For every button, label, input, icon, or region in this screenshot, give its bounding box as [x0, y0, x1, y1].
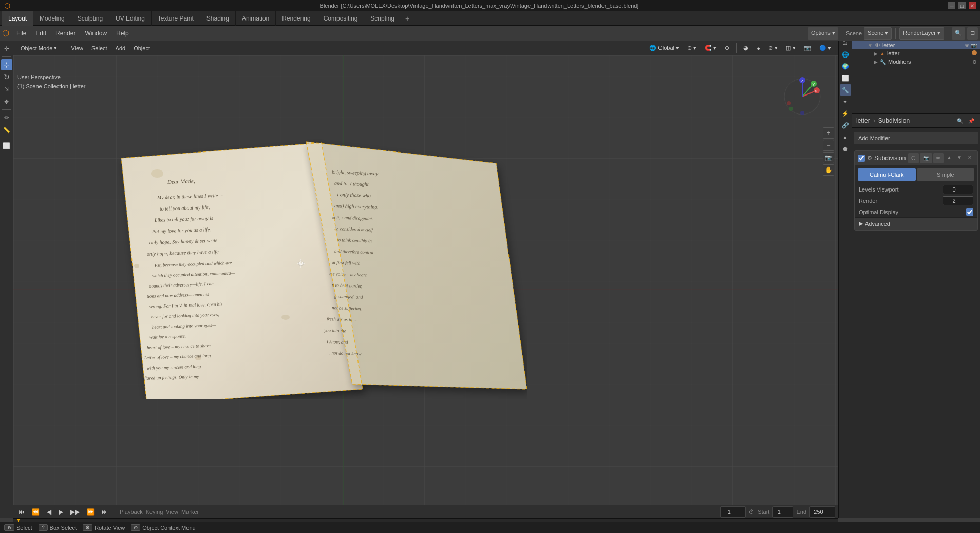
outliner-item-letter[interactable]: ▼ 👁 letter 👁 📷: [852, 41, 980, 49]
optimal-display-checkbox[interactable]: [966, 208, 973, 216]
physics-props-button[interactable]: ⚡: [840, 108, 851, 119]
search-button[interactable]: 🔍: [952, 27, 965, 40]
tab-scripting[interactable]: Scripting: [364, 11, 401, 26]
tab-texture-paint[interactable]: Texture Paint: [152, 11, 200, 26]
main-viewport[interactable]: Object Mode ▾ View Select Add Object 🌐 G…: [13, 41, 838, 505]
viewport-shading-solid[interactable]: ◕: [740, 43, 751, 54]
optimal-display-row: Optimal Display: [855, 206, 977, 218]
modifier-up-button[interactable]: ▲: [945, 153, 954, 162]
edit-menu-button[interactable]: Edit: [31, 27, 50, 40]
particles-props-button[interactable]: ✦: [840, 96, 851, 107]
add-menu-button[interactable]: Add: [112, 43, 129, 54]
svg-point-63: [787, 101, 791, 105]
modifier-props-button active[interactable]: 🔧: [840, 84, 851, 96]
proportional-edit-button[interactable]: ⊙: [722, 43, 732, 54]
modifier-close-button[interactable]: ✕: [965, 153, 974, 162]
material-props-button[interactable]: ⬟: [840, 143, 851, 155]
scene-props-button[interactable]: 🌐: [840, 49, 851, 60]
viewport-overlay-button[interactable]: ⊘ ▾: [765, 43, 781, 54]
renderlayer-select[interactable]: RenderLayer ▾: [899, 27, 944, 40]
options-button[interactable]: Options ▾: [808, 27, 838, 40]
window-controls[interactable]: ─ □ ✕: [948, 2, 976, 9]
tab-sculpting[interactable]: Sculpting: [71, 11, 109, 26]
add-workspace-button[interactable]: +: [401, 14, 413, 23]
tab-uv-editing[interactable]: UV Editing: [109, 11, 152, 26]
cursor-tool[interactable]: ✛: [1, 43, 12, 54]
move-tool[interactable]: ⊹: [1, 59, 12, 70]
scale-tool[interactable]: ⇲: [1, 84, 12, 95]
start-frame-input[interactable]: [772, 506, 793, 518]
navigation-gizmo[interactable]: X Y Z: [782, 76, 823, 117]
world-props-button[interactable]: 🌍: [840, 61, 851, 72]
current-frame-input[interactable]: [720, 506, 746, 518]
modifier-render-button[interactable]: 📷: [920, 153, 932, 163]
camera-button[interactable]: 📷: [801, 43, 814, 54]
step-forward-button[interactable]: ▶▶: [68, 507, 82, 517]
minimize-button[interactable]: ─: [948, 2, 955, 9]
constraints-props-button[interactable]: 🔗: [840, 120, 851, 131]
catmull-clark-button[interactable]: Catmull-Clark: [858, 168, 916, 181]
help-menu-button[interactable]: Help: [112, 27, 133, 40]
jump-next-keyframe-button[interactable]: ⏩: [85, 507, 97, 517]
file-menu-button[interactable]: File: [12, 27, 30, 40]
end-frame-input[interactable]: [809, 506, 835, 518]
outliner-item-modifiers[interactable]: ▶ 🔧 Modifiers ⚙: [852, 58, 980, 66]
panel-pin-button[interactable]: 📌: [967, 116, 976, 125]
view-menu-button[interactable]: View: [68, 43, 86, 54]
step-back-button[interactable]: ◀: [45, 507, 53, 517]
viewport-shading-render[interactable]: ●: [753, 43, 763, 54]
global-transform-button[interactable]: 🌐 Global ▾: [646, 43, 682, 54]
tab-layout[interactable]: Layout: [2, 11, 33, 26]
modifier-realtime-button[interactable]: ⬡: [908, 153, 919, 163]
transform-pivot-button[interactable]: ⊙ ▾: [684, 43, 700, 54]
jump-start-button[interactable]: ⏮: [16, 507, 27, 517]
scene-select[interactable]: Scene ▾: [864, 27, 892, 40]
levels-viewport-input[interactable]: [943, 185, 973, 194]
add-modifier-button[interactable]: Add Modifier: [854, 132, 978, 144]
annotate-tool[interactable]: ✏: [1, 112, 12, 123]
render-level-input[interactable]: [943, 196, 973, 205]
modifier-down-button[interactable]: ▼: [955, 153, 964, 162]
modifier-edit-button[interactable]: ✏: [933, 153, 944, 163]
viewport-canvas[interactable]: Dear Matie, My dear, in these lines I wr…: [13, 55, 838, 505]
panel-search-button[interactable]: 🔍: [955, 116, 965, 125]
zoom-in-button[interactable]: +: [823, 127, 834, 139]
separator2: [895, 28, 896, 39]
jump-end-button[interactable]: ⏭: [100, 507, 110, 517]
filter-button[interactable]: ⊟: [967, 27, 978, 40]
render-icon[interactable]: 📷: [971, 43, 977, 48]
simple-button[interactable]: Simple: [917, 168, 975, 181]
tab-modeling[interactable]: Modeling: [33, 11, 71, 26]
zoom-out-button[interactable]: −: [823, 140, 834, 151]
window-title: Blender [C:\Users\MOLEX\Desktop\Vintage_…: [10, 3, 948, 9]
advanced-section-header[interactable]: ▶ Advanced: [855, 218, 977, 230]
snap-button[interactable]: 🧲 ▾: [702, 43, 720, 54]
play-button[interactable]: ▶: [56, 507, 65, 517]
close-button[interactable]: ✕: [969, 2, 976, 9]
render-menu-button[interactable]: Render: [51, 27, 80, 40]
outliner-item-letter-mesh[interactable]: ▶ ▲ letter: [852, 49, 980, 58]
header-left: ⬡ File Edit Render Window Help: [2, 27, 133, 40]
object-menu-button[interactable]: Object: [130, 43, 153, 54]
rotate-tool[interactable]: ↻: [1, 71, 12, 83]
gizmo-button[interactable]: 🔵 ▾: [816, 43, 834, 54]
tab-animation[interactable]: Animation: [236, 11, 276, 26]
modifier-enable-checkbox[interactable]: [858, 155, 865, 162]
object-props-button[interactable]: ⬜: [840, 72, 851, 84]
mode-select-button[interactable]: Object Mode ▾: [17, 43, 60, 54]
jump-prev-keyframe-button[interactable]: ⏪: [30, 507, 42, 517]
transform-tool[interactable]: ✥: [1, 96, 12, 107]
viewport-xray-button[interactable]: ◫ ▾: [783, 43, 799, 54]
measure-tool[interactable]: 📏: [1, 124, 12, 136]
tab-shading[interactable]: Shading: [200, 11, 236, 26]
visibility-icon[interactable]: 👁: [965, 43, 970, 48]
select-menu-button[interactable]: Select: [88, 43, 110, 54]
tab-compositing[interactable]: Compositing: [317, 11, 365, 26]
pan-button[interactable]: ✋: [823, 164, 834, 176]
maximize-button[interactable]: □: [958, 2, 966, 9]
data-props-button[interactable]: ▲: [840, 131, 851, 143]
camera-view-button[interactable]: 📷: [823, 152, 834, 163]
add-tool[interactable]: ⬜: [1, 140, 12, 151]
window-menu-button[interactable]: Window: [81, 27, 111, 40]
tab-rendering[interactable]: Rendering: [276, 11, 317, 26]
